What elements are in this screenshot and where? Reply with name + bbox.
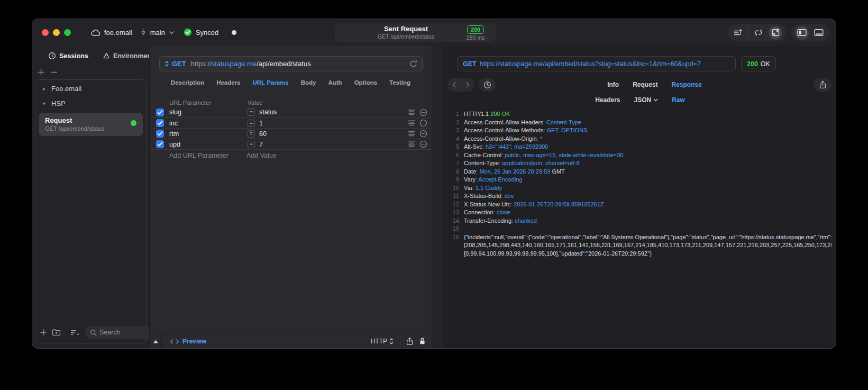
new-request-button[interactable] [40, 329, 47, 336]
sort-filter-button[interactable] [70, 329, 80, 336]
response-line: 1HTTP/1.1 200 OK [447, 110, 832, 119]
branch-icon [140, 28, 147, 37]
protocol-selector[interactable]: HTTP [371, 338, 394, 345]
column-url-parameter: URL Parameter [150, 99, 248, 106]
add-session-button[interactable] [38, 69, 44, 76]
chevron-down-icon [653, 98, 658, 102]
param-checkbox[interactable] [156, 108, 164, 116]
exchange-history-button[interactable] [479, 78, 496, 92]
dynamic-values-button[interactable] [752, 26, 765, 40]
param-value-field[interactable]: status [255, 108, 408, 116]
toggle-bottom-panel-button[interactable] [812, 26, 826, 40]
close-window-button[interactable] [42, 29, 49, 36]
lock-icon[interactable] [419, 337, 426, 346]
param-name-field[interactable]: rtm [164, 130, 248, 138]
response-line: 10Via: 1.1 Caddy [447, 184, 832, 193]
remove-param-button[interactable] [419, 119, 427, 127]
request-editor-footer: Preview HTTP [150, 334, 432, 348]
sent-request-summary: Sent Request GET /api/embed/status [335, 25, 459, 40]
url-path[interactable]: /api/embed/status [257, 60, 311, 68]
tab-auth[interactable]: Auth [328, 79, 342, 86]
param-checkbox[interactable] [156, 140, 164, 148]
chevron-down-icon[interactable] [169, 31, 175, 34]
remove-param-button[interactable] [419, 140, 427, 148]
sent-request-toolbar[interactable]: Sent Request GET /api/embed/status 200 2… [335, 23, 496, 42]
remove-session-button[interactable] [51, 69, 58, 76]
export-request-button[interactable] [731, 26, 745, 40]
param-name-field[interactable]: slug [164, 108, 248, 116]
url-scheme[interactable]: https:// [191, 60, 212, 68]
session-dot-icon[interactable] [232, 30, 236, 35]
remove-param-button[interactable] [419, 108, 427, 116]
line-content: Alt-Svc: h3=":443"; ma=2592000 [464, 143, 832, 151]
add-param-name-placeholder[interactable]: Add URL Parameter [150, 152, 246, 159]
line-number: 11 [447, 192, 459, 201]
tab-options[interactable]: Options [354, 79, 377, 86]
add-param-row[interactable]: Add URL Parameter Add Value [150, 149, 432, 161]
tree-group-hsp[interactable]: ▾ HSP [35, 95, 146, 110]
tab-sessions[interactable]: Sessions [48, 52, 88, 60]
param-checkbox[interactable] [156, 119, 164, 127]
collapse-panel-button[interactable] [150, 334, 162, 348]
zoom-window-button[interactable] [64, 29, 71, 36]
request-url-bar[interactable]: GET https://statuspage.me/api/embed/stat… [159, 56, 423, 71]
tab-testing[interactable]: Testing [389, 79, 410, 86]
method-selector-icon[interactable] [165, 60, 169, 67]
resend-request-button[interactable] [409, 60, 417, 68]
line-number: 13 [447, 208, 459, 217]
tab-response[interactable]: Response [671, 81, 701, 88]
tree-group-foe-email[interactable]: ▸ Foe.email [35, 80, 146, 95]
chevron-right-icon[interactable]: ▸ [43, 86, 48, 92]
param-value-field[interactable]: 60 [255, 130, 408, 138]
minimize-window-button[interactable] [53, 29, 60, 36]
drag-handle-icon[interactable] [408, 131, 415, 137]
tab-body[interactable]: Body [301, 79, 316, 86]
param-name-field[interactable]: inc [164, 120, 248, 127]
drag-handle-icon[interactable] [408, 120, 415, 126]
history-nav-group [447, 78, 474, 92]
subtab-raw[interactable]: Raw [672, 96, 685, 104]
branch-name[interactable]: main [150, 29, 165, 37]
request-tabs: Description Headers URL Params Body Auth… [150, 79, 432, 86]
sync-status-label[interactable]: Synced [196, 29, 218, 37]
response-line: 5Alt-Svc: h3=":443"; ma=2592000 [447, 143, 832, 151]
new-folder-button[interactable] [52, 329, 61, 336]
tab-info[interactable]: Info [607, 81, 619, 88]
param-checkbox[interactable] [156, 130, 164, 138]
response-line: 16{"incidents":null,"overall":{"code":"o… [447, 233, 832, 258]
tab-description[interactable]: Description [171, 79, 204, 86]
drag-handle-icon[interactable] [408, 141, 415, 147]
request-response-toggle-button[interactable] [769, 26, 782, 40]
drag-handle-icon[interactable] [408, 110, 415, 115]
tab-url-params[interactable]: URL Params [253, 79, 289, 86]
add-param-value-placeholder[interactable]: Add Value [246, 152, 277, 159]
response-url-box[interactable]: GET https://statuspage.me/api/embed/stat… [457, 56, 736, 71]
code-icon [170, 339, 179, 344]
tab-request[interactable]: Request [633, 81, 657, 88]
url-host[interactable]: statuspage.me [212, 60, 257, 68]
screen: foe.email main Synced Sent Request [0, 0, 868, 390]
param-value-field[interactable]: 7 [255, 141, 408, 148]
back-chevron-icon[interactable] [452, 81, 456, 88]
chevron-down-icon[interactable]: ▾ [43, 101, 48, 106]
preview-button[interactable]: Preview [162, 334, 215, 348]
toggle-sidebar-button[interactable] [795, 26, 809, 40]
param-value-field[interactable]: 1 [255, 120, 408, 127]
titlebar: foe.email main Synced Sent Request [32, 19, 836, 46]
response-url: https://statuspage.me/api/embed/status?s… [480, 60, 701, 68]
response-line: 9Vary: Accept-Encoding [447, 176, 832, 184]
subtab-json-dropdown[interactable]: JSON [634, 96, 659, 104]
sidebar-item-request[interactable]: Request GET /api/embed/status [39, 113, 143, 136]
tab-headers[interactable]: Headers [216, 79, 240, 86]
forward-chevron-icon[interactable] [465, 81, 470, 88]
share-icon[interactable] [406, 337, 413, 346]
export-response-button[interactable] [814, 78, 832, 92]
param-name-field[interactable]: upd [164, 141, 248, 148]
line-number: 6 [447, 151, 459, 160]
request-method[interactable]: GET [172, 60, 186, 68]
line-content: Vary: Accept-Encoding [464, 176, 832, 184]
remove-param-button[interactable] [419, 130, 427, 138]
subtab-headers[interactable]: Headers [595, 96, 620, 104]
line-content: Connection: close [464, 208, 832, 217]
project-name[interactable]: foe.email [104, 29, 132, 37]
